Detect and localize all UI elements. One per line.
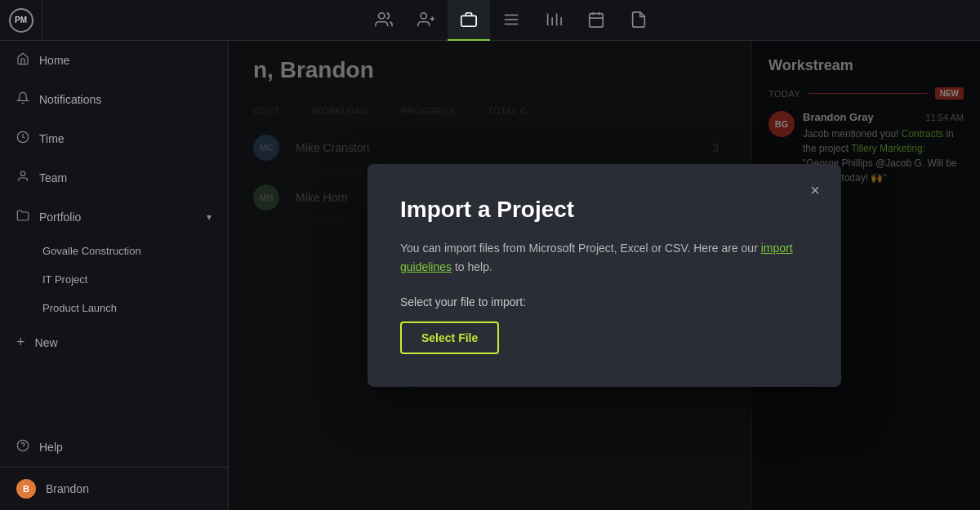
portfolio-icon [16,209,29,225]
modal-close-button[interactable]: × [802,177,828,203]
sidebar-item-team[interactable]: Team [0,158,228,197]
team-sidebar-icon [16,170,29,186]
sidebar-user-label: Brandon [46,482,89,495]
user-avatar: B [16,479,36,499]
select-file-button[interactable]: Select File [400,322,499,354]
main-layout: Home Notifications Time [0,41,980,510]
file-nav-icon[interactable] [617,0,660,41]
sidebar-user[interactable]: B Brandon [0,467,228,510]
svg-point-0 [379,12,385,18]
modal-title: Import a Project [400,197,808,223]
sidebar-bottom: Help B Brandon [0,428,228,510]
modal-description: You can import files from Microsoft Proj… [400,239,808,276]
govalle-label: Govalle Construction [42,245,141,257]
briefcase-nav-icon[interactable] [448,0,490,41]
portfolio-chevron-icon: ▾ [207,211,212,223]
nav-icons [42,0,980,41]
svg-rect-12 [590,13,604,26]
svg-point-17 [20,171,24,175]
sidebar-item-it-project[interactable]: IT Project [0,265,228,294]
svg-point-1 [421,12,426,18]
sidebar-item-notifications[interactable]: Notifications [0,80,228,119]
sidebar-item-time[interactable]: Time [0,119,228,158]
sidebar-item-help[interactable]: Help [0,428,228,467]
top-navigation: PM [0,0,980,41]
plus-icon: + [16,334,25,351]
sidebar-item-home[interactable]: Home [0,41,228,80]
sidebar-help-label: Help [39,441,63,454]
modal-select-label: Select your file to import: [400,295,808,308]
calendar-nav-icon[interactable] [575,0,617,41]
sidebar-item-portfolio[interactable]: Portfolio ▾ [0,197,228,237]
sidebar-portfolio-label: Portfolio [39,211,81,224]
sidebar-home-label: Home [39,54,69,67]
help-icon [16,439,29,455]
logo-circle: PM [9,8,33,33]
sidebar-item-product-launch[interactable]: Product Launch [0,294,228,322]
sidebar: Home Notifications Time [0,41,229,510]
it-project-label: IT Project [42,273,87,286]
import-modal: × Import a Project You can import files … [368,164,841,387]
time-icon [16,131,29,147]
home-icon [16,52,29,69]
sidebar-item-govalle[interactable]: Govalle Construction [0,237,228,265]
sidebar-new-label: New [35,336,58,349]
content-area: n, Brandon COST WORKLOAD PROGRESS TOTAL … [229,41,980,510]
svg-point-18 [17,440,28,450]
sidebar-team-label: Team [39,171,67,184]
product-launch-label: Product Launch [42,302,117,314]
sidebar-time-label: Time [39,132,65,145]
chart-nav-icon[interactable] [532,0,575,41]
notifications-icon [16,91,29,108]
sidebar-item-new[interactable]: + New [0,322,228,362]
sidebar-notifications-label: Notifications [39,93,101,106]
logo[interactable]: PM [0,0,42,41]
list-nav-icon[interactable] [490,0,532,41]
modal-overlay: × Import a Project You can import files … [229,41,980,510]
people-nav-icon[interactable] [363,0,405,41]
svg-rect-4 [461,16,476,26]
portfolio-left: Portfolio [16,209,81,225]
add-people-nav-icon[interactable] [405,0,448,41]
